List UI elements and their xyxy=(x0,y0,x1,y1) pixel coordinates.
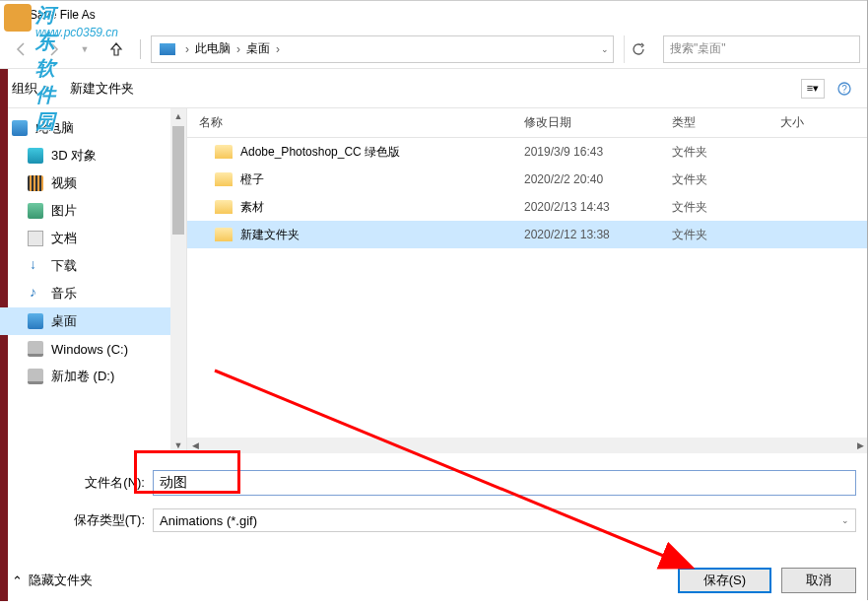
folder-icon xyxy=(215,172,233,186)
breadcrumb[interactable]: › 此电脑 › 桌面 › ⌄ xyxy=(151,35,614,63)
column-name[interactable]: 名称 xyxy=(187,114,512,131)
pc-icon xyxy=(12,120,28,136)
document-icon xyxy=(28,231,43,246)
picture-icon xyxy=(28,203,43,219)
breadcrumb-part[interactable]: 桌面 xyxy=(246,40,270,57)
chevron-right-icon[interactable]: › xyxy=(231,42,246,56)
file-row[interactable]: 素材2020/2/13 14:43文件夹 xyxy=(187,193,868,221)
search-input[interactable]: 搜索"桌面" xyxy=(663,35,860,63)
svg-text:?: ? xyxy=(841,84,847,95)
drive-icon xyxy=(28,369,43,384)
file-name: 橙子 xyxy=(240,171,264,188)
music-icon xyxy=(28,286,43,302)
video-icon xyxy=(28,175,43,191)
file-row[interactable]: 橙子2020/2/2 20:40文件夹 xyxy=(187,166,868,193)
back-button[interactable] xyxy=(8,35,35,63)
cancel-button[interactable]: 取消 xyxy=(781,568,856,593)
up-button[interactable] xyxy=(102,35,130,63)
cube-icon xyxy=(28,148,43,164)
column-date[interactable]: 修改日期 xyxy=(512,114,660,131)
view-mode-button[interactable]: ≡▾ xyxy=(801,79,825,99)
file-row[interactable]: 新建文件夹2020/2/12 13:38文件夹 xyxy=(187,221,868,248)
sidebar-item-videos[interactable]: 视频 xyxy=(0,169,186,197)
recent-dropdown[interactable]: ▼ xyxy=(71,35,99,63)
chevron-up-icon: ⌃ xyxy=(12,574,23,588)
window-title: Save File As xyxy=(30,8,96,22)
folder-icon xyxy=(215,200,233,214)
sidebar-item-this-pc[interactable]: 此电脑 xyxy=(0,114,186,142)
chevron-down-icon: ▼ xyxy=(41,84,50,94)
sidebar-item-downloads[interactable]: 下载 xyxy=(0,252,186,280)
chevron-right-icon[interactable]: › xyxy=(270,42,286,56)
refresh-button[interactable] xyxy=(624,35,651,63)
sidebar-item-desktop[interactable]: 桌面 xyxy=(0,307,186,335)
scroll-left-icon[interactable]: ◀ xyxy=(187,438,203,453)
sidebar-item-3d[interactable]: 3D 对象 xyxy=(0,142,186,169)
scroll-right-icon[interactable]: ▶ xyxy=(852,438,868,453)
help-button[interactable]: ? xyxy=(833,79,856,99)
monitor-icon xyxy=(160,43,175,55)
chevron-down-icon: ⌄ xyxy=(841,515,849,525)
filetype-select[interactable]: Animations (*.gif) ⌄ xyxy=(153,508,856,532)
file-date: 2020/2/13 14:43 xyxy=(512,200,660,214)
filename-label: 文件名(N): xyxy=(0,474,153,492)
sidebar-scrollbar[interactable]: ▲ ▼ xyxy=(170,108,186,453)
filetype-label: 保存类型(T): xyxy=(0,511,153,529)
file-date: 2020/2/2 20:40 xyxy=(512,172,660,186)
folder-icon xyxy=(215,228,233,241)
breadcrumb-dropdown[interactable]: ⌄ xyxy=(601,44,609,54)
sidebar-item-drive-d[interactable]: 新加卷 (D:) xyxy=(0,363,186,390)
file-type: 文件夹 xyxy=(660,144,768,161)
file-row[interactable]: Adobe_Photoshop_CC 绿色版2019/3/9 16:43文件夹 xyxy=(187,138,868,166)
title-bar: Save File As xyxy=(0,0,868,30)
file-name: 素材 xyxy=(240,199,264,216)
scroll-up-icon[interactable]: ▲ xyxy=(170,108,186,124)
file-name: 新建文件夹 xyxy=(240,227,300,243)
column-size[interactable]: 大小 xyxy=(768,114,868,131)
scroll-thumb[interactable] xyxy=(172,126,184,235)
file-name: Adobe_Photoshop_CC 绿色版 xyxy=(240,144,400,161)
horizontal-scrollbar[interactable]: ◀ ▶ xyxy=(187,438,868,453)
download-icon xyxy=(28,258,43,274)
scroll-down-icon[interactable]: ▼ xyxy=(170,438,186,453)
file-date: 2019/3/9 16:43 xyxy=(512,145,660,159)
new-folder-button[interactable]: 新建文件夹 xyxy=(70,80,134,98)
sidebar-item-music[interactable]: 音乐 xyxy=(0,280,186,307)
desktop-icon xyxy=(28,313,43,329)
app-icon xyxy=(8,7,24,23)
file-type: 文件夹 xyxy=(660,227,768,243)
organize-button[interactable]: 组织▼ xyxy=(12,80,50,98)
folder-icon xyxy=(215,145,233,159)
file-type: 文件夹 xyxy=(660,171,768,188)
filename-input[interactable] xyxy=(153,470,856,496)
sidebar-item-documents[interactable]: 文档 xyxy=(0,225,186,252)
chevron-right-icon[interactable]: › xyxy=(179,42,195,56)
column-type[interactable]: 类型 xyxy=(660,114,768,131)
sidebar-item-drive-c[interactable]: Windows (C:) xyxy=(0,335,186,363)
breadcrumb-part[interactable]: 此电脑 xyxy=(195,40,231,57)
save-button[interactable]: 保存(S) xyxy=(678,568,771,593)
navigation-sidebar: 此电脑 3D 对象 视频 图片 文档 下载 音乐 桌面 Windows (C:)… xyxy=(0,108,187,453)
sidebar-item-pictures[interactable]: 图片 xyxy=(0,197,186,225)
file-date: 2020/2/12 13:38 xyxy=(512,228,660,241)
file-type: 文件夹 xyxy=(660,199,768,216)
column-headers: 名称 修改日期 类型 大小 xyxy=(187,108,868,138)
drive-icon xyxy=(28,341,43,357)
forward-button[interactable] xyxy=(39,35,67,63)
hide-folders-toggle[interactable]: ⌃ 隐藏文件夹 xyxy=(12,572,93,589)
